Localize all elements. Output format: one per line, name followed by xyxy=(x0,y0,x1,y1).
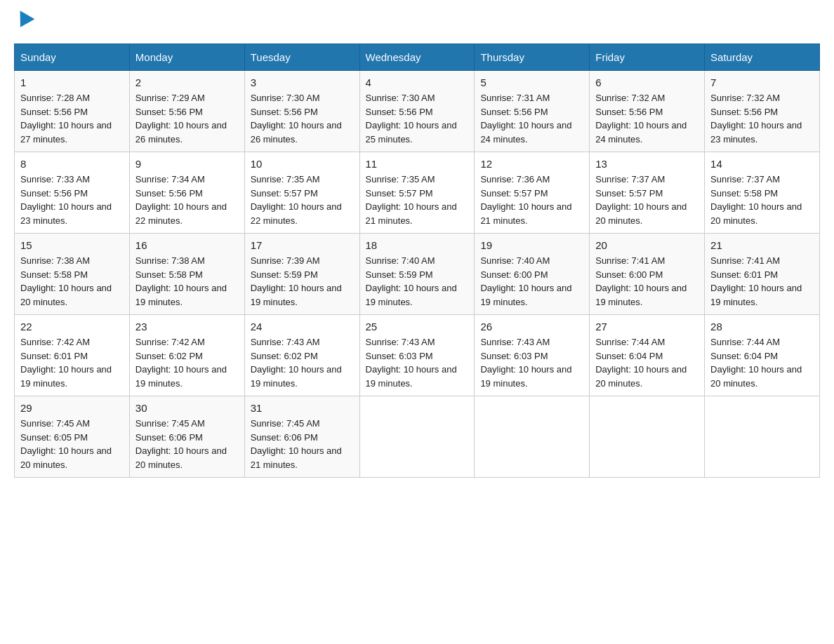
day-number: 7 xyxy=(710,76,814,88)
day-number: 31 xyxy=(251,402,354,414)
calendar-cell: 24 Sunrise: 7:43 AM Sunset: 6:02 PM Dayl… xyxy=(244,315,359,396)
calendar-cell: 31 Sunrise: 7:45 AM Sunset: 6:06 PM Dayl… xyxy=(244,396,359,478)
day-info: Sunrise: 7:44 AM Sunset: 6:04 PM Dayligh… xyxy=(710,335,814,390)
day-info: Sunrise: 7:41 AM Sunset: 6:01 PM Dayligh… xyxy=(710,254,814,309)
day-info: Sunrise: 7:41 AM Sunset: 6:00 PM Dayligh… xyxy=(595,254,699,309)
day-number: 24 xyxy=(251,321,354,333)
day-info: Sunrise: 7:40 AM Sunset: 5:59 PM Dayligh… xyxy=(366,254,469,309)
day-info: Sunrise: 7:36 AM Sunset: 5:57 PM Dayligh… xyxy=(480,173,583,227)
day-number: 15 xyxy=(20,239,124,251)
day-info: Sunrise: 7:42 AM Sunset: 6:01 PM Dayligh… xyxy=(20,335,124,390)
day-info: Sunrise: 7:33 AM Sunset: 5:56 PM Dayligh… xyxy=(20,173,124,227)
calendar-cell: 7 Sunrise: 7:32 AM Sunset: 5:56 PM Dayli… xyxy=(705,71,820,152)
weekday-header-tuesday: Tuesday xyxy=(244,44,359,71)
day-number: 28 xyxy=(710,321,814,333)
weekday-header-row: SundayMondayTuesdayWednesdayThursdayFrid… xyxy=(15,44,820,71)
calendar-cell: 27 Sunrise: 7:44 AM Sunset: 6:04 PM Dayl… xyxy=(590,315,705,396)
calendar-week-row: 22 Sunrise: 7:42 AM Sunset: 6:01 PM Dayl… xyxy=(15,315,820,396)
day-info: Sunrise: 7:28 AM Sunset: 5:56 PM Dayligh… xyxy=(20,91,124,146)
calendar-cell: 29 Sunrise: 7:45 AM Sunset: 6:05 PM Dayl… xyxy=(15,396,130,478)
day-number: 26 xyxy=(480,321,583,333)
page-header xyxy=(14,14,820,29)
calendar-cell: 19 Sunrise: 7:40 AM Sunset: 6:00 PM Dayl… xyxy=(475,234,590,315)
calendar-cell: 30 Sunrise: 7:45 AM Sunset: 6:06 PM Dayl… xyxy=(129,396,244,478)
day-number: 14 xyxy=(710,158,814,170)
day-number: 23 xyxy=(135,321,239,333)
day-number: 5 xyxy=(480,76,583,88)
day-info: Sunrise: 7:45 AM Sunset: 6:06 PM Dayligh… xyxy=(135,417,239,471)
calendar-cell: 8 Sunrise: 7:33 AM Sunset: 5:56 PM Dayli… xyxy=(15,152,130,234)
day-number: 9 xyxy=(135,158,239,170)
calendar-cell: 21 Sunrise: 7:41 AM Sunset: 6:01 PM Dayl… xyxy=(705,234,820,315)
calendar-cell: 14 Sunrise: 7:37 AM Sunset: 5:58 PM Dayl… xyxy=(705,152,820,234)
day-info: Sunrise: 7:29 AM Sunset: 5:56 PM Dayligh… xyxy=(135,91,239,146)
day-info: Sunrise: 7:43 AM Sunset: 6:03 PM Dayligh… xyxy=(480,335,583,390)
calendar-cell: 15 Sunrise: 7:38 AM Sunset: 5:58 PM Dayl… xyxy=(15,234,130,315)
calendar-cell: 22 Sunrise: 7:42 AM Sunset: 6:01 PM Dayl… xyxy=(15,315,130,396)
day-info: Sunrise: 7:42 AM Sunset: 6:02 PM Dayligh… xyxy=(135,335,239,390)
calendar-week-row: 1 Sunrise: 7:28 AM Sunset: 5:56 PM Dayli… xyxy=(15,71,820,152)
calendar-cell: 12 Sunrise: 7:36 AM Sunset: 5:57 PM Dayl… xyxy=(475,152,590,234)
calendar-cell xyxy=(705,396,820,478)
calendar-cell: 9 Sunrise: 7:34 AM Sunset: 5:56 PM Dayli… xyxy=(129,152,244,234)
day-number: 12 xyxy=(480,158,583,170)
calendar-cell: 17 Sunrise: 7:39 AM Sunset: 5:59 PM Dayl… xyxy=(244,234,359,315)
weekday-header-wednesday: Wednesday xyxy=(359,44,475,71)
calendar-cell: 26 Sunrise: 7:43 AM Sunset: 6:03 PM Dayl… xyxy=(475,315,590,396)
day-number: 30 xyxy=(135,402,239,414)
weekday-header-saturday: Saturday xyxy=(705,44,820,71)
day-number: 17 xyxy=(251,239,354,251)
calendar-cell: 23 Sunrise: 7:42 AM Sunset: 6:02 PM Dayl… xyxy=(129,315,244,396)
calendar-cell xyxy=(475,396,590,478)
calendar-week-row: 8 Sunrise: 7:33 AM Sunset: 5:56 PM Dayli… xyxy=(15,152,820,234)
day-number: 20 xyxy=(595,239,699,251)
day-info: Sunrise: 7:43 AM Sunset: 6:03 PM Dayligh… xyxy=(366,335,469,390)
day-number: 13 xyxy=(595,158,699,170)
day-number: 25 xyxy=(366,321,469,333)
day-info: Sunrise: 7:38 AM Sunset: 5:58 PM Dayligh… xyxy=(20,254,124,309)
day-number: 19 xyxy=(480,239,583,251)
day-number: 21 xyxy=(710,239,814,251)
day-number: 22 xyxy=(20,321,124,333)
day-info: Sunrise: 7:43 AM Sunset: 6:02 PM Dayligh… xyxy=(251,335,354,390)
day-info: Sunrise: 7:40 AM Sunset: 6:00 PM Dayligh… xyxy=(480,254,583,309)
calendar-cell: 28 Sunrise: 7:44 AM Sunset: 6:04 PM Dayl… xyxy=(705,315,820,396)
calendar-cell xyxy=(359,396,475,478)
day-info: Sunrise: 7:35 AM Sunset: 5:57 PM Dayligh… xyxy=(366,173,469,227)
day-info: Sunrise: 7:45 AM Sunset: 6:06 PM Dayligh… xyxy=(251,417,354,471)
day-number: 2 xyxy=(135,76,239,88)
calendar-week-row: 15 Sunrise: 7:38 AM Sunset: 5:58 PM Dayl… xyxy=(15,234,820,315)
logo-triangle-icon xyxy=(13,11,35,31)
day-info: Sunrise: 7:30 AM Sunset: 5:56 PM Dayligh… xyxy=(251,91,354,146)
day-info: Sunrise: 7:37 AM Sunset: 5:57 PM Dayligh… xyxy=(595,173,699,227)
day-number: 10 xyxy=(251,158,354,170)
calendar-week-row: 29 Sunrise: 7:45 AM Sunset: 6:05 PM Dayl… xyxy=(15,396,820,478)
calendar-table: SundayMondayTuesdayWednesdayThursdayFrid… xyxy=(14,43,820,478)
day-number: 4 xyxy=(366,76,469,88)
weekday-header-monday: Monday xyxy=(129,44,244,71)
day-number: 16 xyxy=(135,239,239,251)
day-info: Sunrise: 7:31 AM Sunset: 5:56 PM Dayligh… xyxy=(480,91,583,146)
calendar-cell: 4 Sunrise: 7:30 AM Sunset: 5:56 PM Dayli… xyxy=(359,71,475,152)
day-number: 29 xyxy=(20,402,124,414)
weekday-header-thursday: Thursday xyxy=(475,44,590,71)
day-number: 6 xyxy=(595,76,699,88)
day-info: Sunrise: 7:30 AM Sunset: 5:56 PM Dayligh… xyxy=(366,91,469,146)
day-info: Sunrise: 7:38 AM Sunset: 5:58 PM Dayligh… xyxy=(135,254,239,309)
day-info: Sunrise: 7:35 AM Sunset: 5:57 PM Dayligh… xyxy=(251,173,354,227)
day-info: Sunrise: 7:45 AM Sunset: 6:05 PM Dayligh… xyxy=(20,417,124,471)
weekday-header-sunday: Sunday xyxy=(15,44,130,71)
calendar-cell xyxy=(590,396,705,478)
day-info: Sunrise: 7:34 AM Sunset: 5:56 PM Dayligh… xyxy=(135,173,239,227)
day-info: Sunrise: 7:32 AM Sunset: 5:56 PM Dayligh… xyxy=(710,91,814,146)
day-number: 27 xyxy=(595,321,699,333)
day-number: 1 xyxy=(20,76,124,88)
calendar-cell: 1 Sunrise: 7:28 AM Sunset: 5:56 PM Dayli… xyxy=(15,71,130,152)
calendar-cell: 3 Sunrise: 7:30 AM Sunset: 5:56 PM Dayli… xyxy=(244,71,359,152)
day-info: Sunrise: 7:39 AM Sunset: 5:59 PM Dayligh… xyxy=(251,254,354,309)
day-info: Sunrise: 7:44 AM Sunset: 6:04 PM Dayligh… xyxy=(595,335,699,390)
day-number: 18 xyxy=(366,239,469,251)
weekday-header-friday: Friday xyxy=(590,44,705,71)
calendar-cell: 6 Sunrise: 7:32 AM Sunset: 5:56 PM Dayli… xyxy=(590,71,705,152)
calendar-cell: 20 Sunrise: 7:41 AM Sunset: 6:00 PM Dayl… xyxy=(590,234,705,315)
